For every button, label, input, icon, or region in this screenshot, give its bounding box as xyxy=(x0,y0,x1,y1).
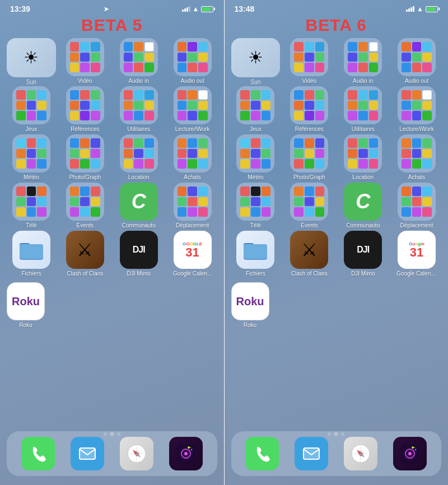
app-utilitaires-right[interactable]: Utilitaires xyxy=(338,86,388,132)
right-dock-music[interactable] xyxy=(393,437,427,470)
sun-icon-left[interactable]: ☀ xyxy=(7,38,56,77)
app-gcal-right[interactable]: Google 31 Google Calendar xyxy=(392,231,441,277)
sun-icon-right[interactable]: ☀ xyxy=(231,38,281,77)
left-dock-phone[interactable] xyxy=(21,437,55,470)
right-status-icons: ▲ xyxy=(406,5,438,13)
dji-label-left: DJI Mimo xyxy=(127,271,151,277)
app-sun-left[interactable]: ☀ Sun xyxy=(7,38,56,84)
app-jeux-right[interactable]: Jeux xyxy=(231,86,281,132)
dji-icon-right[interactable]: DJI xyxy=(344,231,382,269)
app-fichiers-right[interactable]: Fichiers xyxy=(231,231,281,277)
audioout-folder-right[interactable] xyxy=(398,38,436,76)
jeux-folder-left[interactable] xyxy=(12,86,50,124)
app-location-right[interactable]: Location xyxy=(338,134,388,180)
audioin-folder-right[interactable] xyxy=(344,38,382,76)
app-achats-right[interactable]: Achats xyxy=(392,134,441,180)
right-phone: 13:48 ▲ BETA 6 ☀ Sun xyxy=(225,0,449,485)
app-audioin-right[interactable]: Audio in xyxy=(338,38,388,84)
app-communauto-right[interactable]: C Communauto xyxy=(338,183,388,228)
app-photograph-left[interactable]: Photo/Graph xyxy=(60,134,110,180)
clash-label-left: Clash of Clans xyxy=(67,271,103,277)
references-folder-right[interactable] xyxy=(290,86,328,124)
app-jeux-left[interactable]: Jeux xyxy=(7,86,56,132)
left-dock-music[interactable] xyxy=(169,437,203,470)
app-lectureiwork-right[interactable]: Lecture/iWork xyxy=(392,86,441,132)
audioout-folder-left[interactable] xyxy=(174,38,212,76)
app-tele-right[interactable]: Télé xyxy=(231,183,281,228)
app-deplacement-right[interactable]: Déplacement xyxy=(392,183,441,228)
meteo-folder-right[interactable] xyxy=(236,134,274,172)
location-folder-left[interactable] xyxy=(120,134,158,172)
app-clash-left[interactable]: ⚔ Clash of Clans xyxy=(60,231,110,277)
app-roku-left[interactable]: Roku Roku xyxy=(7,282,45,328)
fichiers-icon-left[interactable] xyxy=(12,231,50,269)
communauto-icon-right[interactable]: C xyxy=(344,183,382,221)
fichiers-icon-right[interactable] xyxy=(236,231,274,269)
app-roku-right[interactable]: Roku Roku xyxy=(231,282,269,328)
right-dock-mail[interactable] xyxy=(295,437,328,470)
photograph-folder-right[interactable] xyxy=(290,134,328,172)
location-folder-right[interactable] xyxy=(344,134,382,172)
deplacement-folder-left[interactable] xyxy=(174,183,212,221)
app-fichiers-left[interactable]: Fichiers xyxy=(7,231,56,277)
events-folder-left[interactable] xyxy=(66,183,104,221)
app-events-left[interactable]: Events xyxy=(60,183,110,228)
events-folder-right[interactable] xyxy=(290,183,328,221)
app-utilitaires-left[interactable]: Utilitaires xyxy=(114,86,164,132)
app-deplacement-left[interactable]: Déplacement xyxy=(168,183,217,228)
lectureiwork-folder-right[interactable] xyxy=(398,86,436,124)
tele-label-right: Télé xyxy=(250,222,261,228)
app-lectureiwork-left[interactable]: Lecture/iWork xyxy=(168,86,217,132)
app-video-left[interactable]: Vidéo xyxy=(60,38,110,84)
gcal-icon-right[interactable]: Google 31 xyxy=(398,231,436,269)
dji-icon-left[interactable]: DJI xyxy=(120,231,158,269)
clash-icon-left[interactable]: ⚔ xyxy=(66,231,104,269)
app-meteo-right[interactable]: Météo xyxy=(231,134,281,180)
app-video-right[interactable]: Vidéo xyxy=(284,38,334,84)
photograph-folder-left[interactable] xyxy=(66,134,104,172)
app-achats-left[interactable]: Achats xyxy=(168,134,217,180)
app-clash-right[interactable]: ⚔ Clash of Clans xyxy=(284,231,334,277)
communauto-icon-left[interactable]: C xyxy=(120,183,158,221)
audioin-folder-left[interactable] xyxy=(120,38,158,76)
app-dji-right[interactable]: DJI DJI Mimo xyxy=(338,231,388,277)
lectureiwork-folder-left[interactable] xyxy=(174,86,212,124)
app-references-right[interactable]: Références xyxy=(284,86,334,132)
left-dock-safari[interactable] xyxy=(120,437,153,470)
right-dock-phone[interactable] xyxy=(245,437,279,470)
meteo-folder-left[interactable] xyxy=(12,134,50,172)
references-folder-left[interactable] xyxy=(66,86,104,124)
left-dock-mail[interactable] xyxy=(71,437,104,470)
clash-icon-right[interactable]: ⚔ xyxy=(290,231,328,269)
app-gcal-left[interactable]: Google 31 Google Calen... xyxy=(168,231,217,277)
app-audioin-left[interactable]: Audio in xyxy=(114,38,164,84)
achats-folder-right[interactable] xyxy=(398,134,436,172)
app-audioout-right[interactable]: Audio out xyxy=(392,38,441,84)
app-events-right[interactable]: Events xyxy=(284,183,334,228)
utilitaires-folder-right[interactable] xyxy=(344,86,382,124)
svg-point-13 xyxy=(184,452,188,455)
tele-folder-left[interactable] xyxy=(12,183,50,221)
app-dji-left[interactable]: DJI DJI Mimo xyxy=(114,231,164,277)
deplacement-folder-right[interactable] xyxy=(398,183,436,221)
app-communauto-left[interactable]: C Communauto xyxy=(114,183,164,228)
sun-label-left: Sun xyxy=(26,79,36,84)
app-audioout-left[interactable]: Audio out xyxy=(168,38,217,84)
video-folder-right[interactable] xyxy=(290,38,328,76)
utilitaires-folder-left[interactable] xyxy=(120,86,158,124)
tele-folder-right[interactable] xyxy=(236,183,274,221)
app-sun-right[interactable]: ☀ Sun xyxy=(231,38,281,84)
gcal-icon-left[interactable]: Google 31 xyxy=(174,231,212,269)
app-tele-left[interactable]: Télé xyxy=(7,183,56,228)
right-dock-safari[interactable] xyxy=(344,437,377,470)
roku-icon-right[interactable]: Roku xyxy=(231,282,269,320)
right-apps-row2: Jeux Références xyxy=(225,86,449,132)
app-photograph-right[interactable]: Photo/Graph xyxy=(284,134,334,180)
jeux-folder-right[interactable] xyxy=(236,86,274,124)
roku-icon-left[interactable]: Roku xyxy=(7,282,45,320)
app-references-left[interactable]: Références xyxy=(60,86,110,132)
achats-folder-left[interactable] xyxy=(174,134,212,172)
app-location-left[interactable]: Location xyxy=(114,134,164,180)
app-meteo-left[interactable]: Météo xyxy=(7,134,56,180)
video-folder-left[interactable] xyxy=(66,38,104,76)
